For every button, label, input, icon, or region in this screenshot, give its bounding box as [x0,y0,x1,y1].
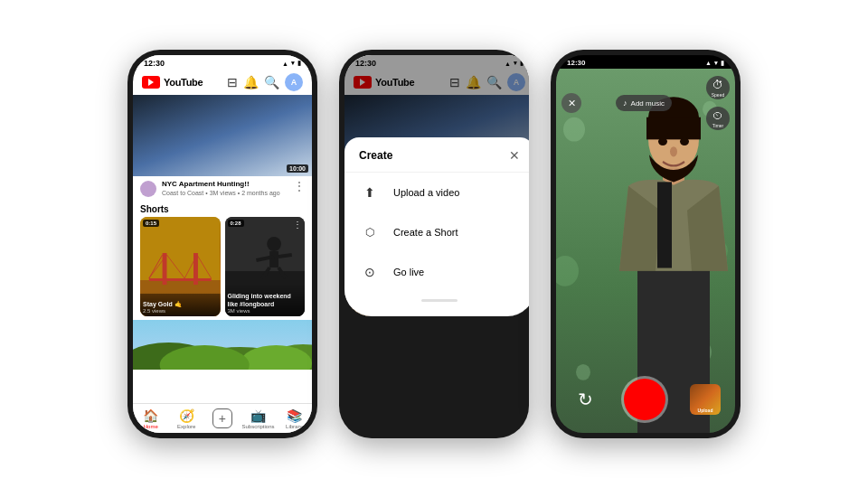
speed-icon: ⏱ [712,79,723,91]
modal-title: Create [359,149,392,162]
flip-icon: ↻ [578,389,593,410]
battery-icon-3: ▮ [721,60,724,67]
video-more-1[interactable]: ⋮ [294,180,305,192]
camera-top-bar: ✕ ♪ Add music ⏱ Speed ⏲ Timer [556,69,735,137]
short-title-1: Stay Gold 🤙 [143,301,218,308]
short-title-2: Gliding into weekend like #longboard [228,293,303,308]
short-views-1: 2.5 views [143,308,218,314]
upload-icon: ⬆ [359,182,381,203]
modal-short-label: Create a Short [393,227,458,238]
short-duration-1: 0:15 [143,220,159,227]
channel-avatar-1 [140,181,156,197]
subscriptions-icon-1: 📺 [250,408,266,423]
time-1: 12:30 [144,59,165,68]
svg-point-60 [670,146,677,156]
signal-icon-3: ▲ [705,60,712,66]
signal-icon: ▲ [282,61,288,67]
camera-record-btn[interactable] [624,379,665,420]
modal-live-label: Go live [393,267,424,277]
camera-close-btn[interactable]: ✕ [561,93,581,113]
create-modal: Create ✕ ⬆ Upload a video ⬡ Create a Sho… [344,137,529,316]
nav-home-1[interactable]: 🏠 Home [133,404,169,433]
nav-explore-1[interactable]: 🧭 Explore [169,404,205,433]
svg-rect-14 [269,251,278,267]
music-note-icon: ♪ [623,99,627,108]
create-modal-overlay[interactable]: Create ✕ ⬆ Upload a video ⬡ Create a Sho… [344,55,529,316]
short-info-1: Stay Gold 🤙 2.5 views [140,292,221,316]
bottom-nav-1: 🏠 Home 🧭 Explore + 📺 Subscriptions 📚 Lib… [133,403,312,433]
video-meta-1: NYC Apartment Hunting!! Coast to Coast •… [162,180,288,196]
bell-icon-1[interactable]: 🔔 [243,75,259,89]
live-icon: ⊙ [359,261,381,283]
short-thumb-2: 0:28 ⋮ Gliding into weekend like #longbo… [225,217,306,316]
camera-bottom-bar: ↻ Upload [556,371,735,433]
time-3: 12:30 [567,59,585,67]
yt-logo-icon-1 [142,76,160,89]
video-info-1: NYC Apartment Hunting!! Coast to Coast •… [133,176,312,201]
camera-upload-btn[interactable]: Upload [690,384,721,415]
status-bar-1: 12:30 ▲ ▾ ▮ [133,55,312,70]
speed-tool[interactable]: ⏱ Speed [706,76,730,99]
status-icons-1: ▲ ▾ ▮ [282,60,301,67]
add-btn-1[interactable]: + [212,408,232,428]
nav-add-1[interactable]: + [204,404,241,433]
timer-tool[interactable]: ⏲ Timer [706,107,730,130]
phone-camera: 12:30 ▲ ▾ ▮ [551,50,741,438]
short-views-2: 3M views [228,308,303,314]
wifi-icon: ▾ [291,60,295,67]
video-card-1[interactable]: 10:00 NYC Apartment Hunting!! Coast to C… [133,95,312,201]
shorts-row-1: 0:15 Stay Gold 🤙 2.5 views [133,217,312,316]
cast-icon-1[interactable]: ⊟ [227,75,238,89]
short-thumb-1: 0:15 Stay Gold 🤙 2.5 views [140,217,221,316]
explore-icon-1: 🧭 [179,408,194,423]
nav-subs-1[interactable]: 📺 Subscriptions [241,404,277,433]
timer-label: Timer [712,123,724,128]
svg-point-13 [267,237,281,251]
svg-point-57 [680,137,689,145]
speed-label: Speed [712,92,724,98]
modal-header: Create ✕ [344,148,529,173]
short-duration-2: 0:28 [228,220,244,227]
shorts-section-1: Shorts [133,201,312,403]
short-icon: ⬡ [359,221,381,243]
upload-label: Upload [698,408,713,413]
video-thumb-1: 10:00 [133,95,312,176]
svg-rect-53 [657,182,672,267]
battery-icon: ▮ [297,60,301,67]
camera-flip-btn[interactable]: ↻ [571,385,599,414]
modal-upload-btn[interactable]: ⬆ Upload a video [344,173,529,212]
short-info-2: Gliding into weekend like #longboard 3M … [225,284,306,316]
add-music-btn[interactable]: ♪ Add music [616,95,672,111]
short-card-2[interactable]: 0:28 ⋮ Gliding into weekend like #longbo… [225,217,306,316]
home-icon-1: 🏠 [143,408,158,423]
add-music-label: Add music [631,99,665,108]
modal-divider [421,299,458,302]
yt-logo-text-1: YouTube [164,77,203,88]
landscape-thumb-1 [133,320,312,370]
library-icon-1: 📚 [287,408,302,423]
svg-point-56 [658,137,667,145]
short-card-1[interactable]: 0:15 Stay Gold 🤙 2.5 views [140,217,221,316]
phone-create: 12:30 ▲ ▾ ▮ YouTube ⊟ 🔔 🔍 A 10:00 [339,50,529,438]
camera-view: ✕ ♪ Add music ⏱ Speed ⏲ Timer [556,69,735,433]
svg-rect-4 [149,278,212,281]
video-title-1: NYC Apartment Hunting!! [162,180,288,189]
modal-upload-label: Upload a video [393,187,459,198]
modal-close-btn[interactable]: ✕ [509,148,520,163]
close-icon: ✕ [568,98,576,109]
nav-library-1[interactable]: 📚 Library [277,404,312,433]
yt-header-1: YouTube ⊟ 🔔 🔍 A [133,70,312,95]
avatar-1[interactable]: A [285,73,303,91]
short-more-2[interactable]: ⋮ [293,220,302,230]
camera-right-tools: ⏱ Speed ⏲ Timer [706,76,730,130]
status-icons-3: ▲ ▾ ▮ [705,60,724,67]
video-duration-1: 10:00 [287,164,308,173]
phone-home: 12:30 ▲ ▾ ▮ YouTube ⊟ 🔔 🔍 A 10:00 [127,50,317,438]
yt-logo-1: YouTube [142,76,203,89]
modal-live-btn[interactable]: ⊙ Go live [344,252,529,292]
search-icon-1[interactable]: 🔍 [264,75,279,89]
modal-short-btn[interactable]: ⬡ Create a Short [344,212,529,252]
timer-icon: ⏲ [712,109,723,122]
status-bar-3: 12:30 ▲ ▾ ▮ [556,55,735,69]
video-sub-1: Coast to Coast • 3M views • 2 months ago [162,190,288,196]
